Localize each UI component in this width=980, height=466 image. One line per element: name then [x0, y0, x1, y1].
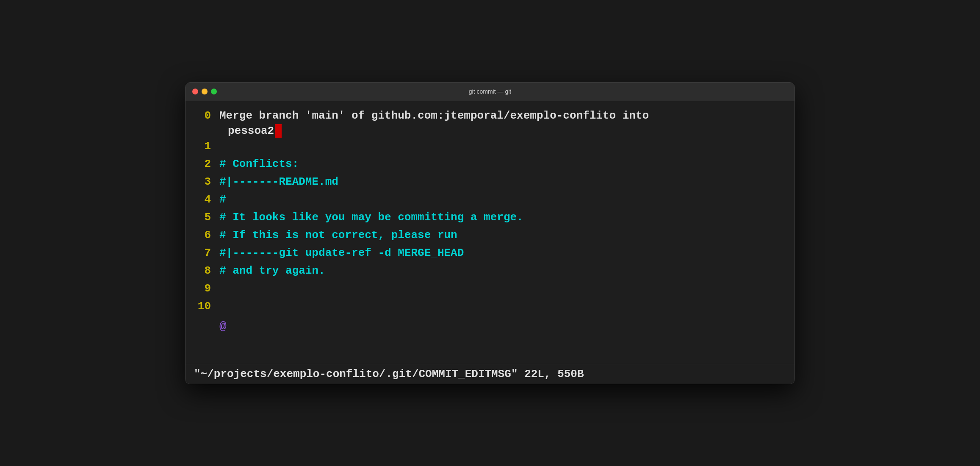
- line-content-8: # and try again.: [219, 263, 325, 278]
- editor-line-10: 10: [185, 299, 795, 316]
- editor-line-8: 8 # and try again.: [185, 263, 795, 281]
- maximize-button[interactable]: [211, 89, 217, 94]
- text-cursor: [275, 124, 282, 138]
- traffic-lights: [192, 89, 217, 94]
- tilde-symbol: @: [219, 320, 227, 333]
- tilde-line: @: [185, 316, 795, 336]
- line-content-3: #|-------README.md: [219, 174, 338, 189]
- window-title: git commit — git: [469, 88, 511, 95]
- line-number-9: 9: [194, 281, 219, 296]
- line-content-0: Merge branch 'main' of github.com:jtempo…: [219, 108, 649, 123]
- editor-line-2: 2 # Conflicts:: [185, 156, 795, 174]
- line-number-3: 3: [194, 174, 219, 189]
- titlebar: git commit — git: [185, 83, 795, 101]
- editor-line-3: 3 #|-------README.md: [185, 174, 795, 192]
- line-number-6: 6: [194, 227, 219, 243]
- minimize-button[interactable]: [202, 89, 208, 94]
- line-content-7: #|-------git update-ref -d MERGE_HEAD: [219, 245, 464, 261]
- line-number-5: 5: [194, 210, 219, 225]
- terminal-window: git commit — git 0 Merge branch 'main' o…: [185, 82, 795, 384]
- line-content-4: #: [219, 192, 226, 207]
- editor-line-1: 1: [185, 139, 795, 156]
- close-button[interactable]: [192, 89, 198, 94]
- line-content-5: # It looks like you may be committing a …: [219, 210, 523, 225]
- status-text: "~/projects/exemplo-conflito/.git/COMMIT…: [194, 368, 584, 380]
- editor-line-0: 0 Merge branch 'main' of github.com:jtem…: [185, 108, 795, 139]
- editor-line-4: 4 #: [185, 192, 795, 210]
- line-number-4: 4: [194, 192, 219, 207]
- line-number-8: 8: [194, 263, 219, 278]
- line-number-10: 10: [194, 299, 219, 314]
- line-number-2: 2: [194, 156, 219, 172]
- line-number-1: 1: [194, 139, 219, 154]
- editor-line-5: 5 # It looks like you may be committing …: [185, 210, 795, 227]
- editor-line-9: 9: [185, 281, 795, 299]
- line-content-2: # Conflicts:: [219, 156, 299, 172]
- line-number-0: 0: [194, 108, 219, 123]
- line-continuation-0: pessoa2: [228, 123, 274, 139]
- editor-line-7: 7 #|-------git update-ref -d MERGE_HEAD: [185, 245, 795, 263]
- editor-line-6: 6 # If this is not correct, please run: [185, 227, 795, 245]
- status-bar: "~/projects/exemplo-conflito/.git/COMMIT…: [185, 364, 795, 384]
- line-content-6: # If this is not correct, please run: [219, 227, 457, 243]
- line-number-7: 7: [194, 245, 219, 261]
- editor-area[interactable]: 0 Merge branch 'main' of github.com:jtem…: [185, 101, 795, 364]
